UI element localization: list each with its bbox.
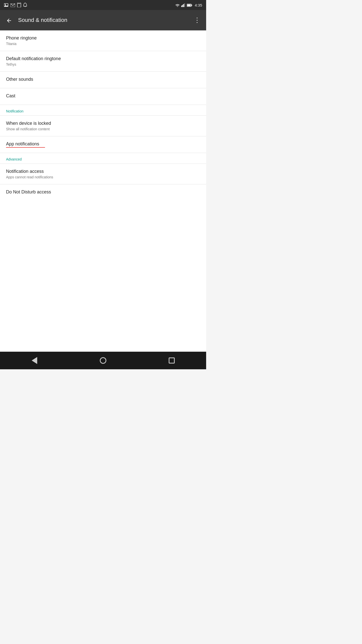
gallery-icon xyxy=(4,3,9,7)
cast-item[interactable]: Cast xyxy=(0,88,206,105)
notification-icon xyxy=(23,3,27,7)
app-notifications-title: App notifications xyxy=(6,141,39,147)
svg-rect-13 xyxy=(191,5,192,6)
do-not-disturb-title: Do Not Disturb access xyxy=(6,189,200,195)
more-options-button[interactable]: ⋮ xyxy=(192,15,202,25)
when-device-locked-title: When device is locked xyxy=(6,121,200,126)
app-notifications-underline xyxy=(6,147,45,148)
nav-recents-icon xyxy=(169,357,175,364)
wifi-icon xyxy=(175,3,180,7)
notification-access-subtitle: Apps cannot read notifications xyxy=(6,175,200,179)
nav-back-icon xyxy=(32,357,37,364)
when-device-locked-subtitle: Show all notification content xyxy=(6,127,200,131)
notification-header-text: Notification xyxy=(6,109,23,113)
default-notification-ringtone-subtitle: Tethys xyxy=(6,62,200,66)
signal-icon xyxy=(181,3,185,7)
svg-rect-11 xyxy=(184,3,185,7)
page-title: Sound & notification xyxy=(18,17,192,23)
status-bar-right-icons: 4:35 xyxy=(175,3,202,7)
other-sounds-title: Other sounds xyxy=(6,77,200,82)
advanced-section-header: Advanced xyxy=(0,153,206,164)
svg-marker-2 xyxy=(4,5,8,7)
phone-ringtone-item[interactable]: Phone ringtone Titania xyxy=(0,30,206,51)
nav-home-icon xyxy=(100,357,106,364)
status-time: 4:35 xyxy=(195,3,202,7)
status-bar-left-icons xyxy=(4,3,27,7)
svg-rect-8 xyxy=(181,6,182,7)
content-padding xyxy=(0,201,206,352)
status-bar: 4:35 xyxy=(0,0,206,10)
email-icon xyxy=(11,3,15,7)
navigation-bar xyxy=(0,352,206,369)
nav-recents-button[interactable] xyxy=(164,353,179,368)
other-sounds-item[interactable]: Other sounds xyxy=(0,72,206,88)
attachment-icon xyxy=(17,3,21,7)
default-notification-ringtone-item[interactable]: Default notification ringtone Tethys xyxy=(0,51,206,71)
default-notification-ringtone-title: Default notification ringtone xyxy=(6,56,200,61)
back-button[interactable] xyxy=(4,15,14,25)
back-arrow-icon xyxy=(6,16,12,24)
nav-home-button[interactable] xyxy=(96,353,111,368)
when-device-locked-item[interactable]: When device is locked Show all notificat… xyxy=(0,116,206,136)
toolbar: Sound & notification ⋮ xyxy=(0,10,206,30)
notification-access-title: Notification access xyxy=(6,169,200,174)
app-notifications-item[interactable]: App notifications xyxy=(0,136,206,153)
svg-rect-10 xyxy=(183,4,184,7)
notification-access-item[interactable]: Notification access Apps cannot read not… xyxy=(0,164,206,184)
settings-content: Phone ringtone Titania Default notificat… xyxy=(0,30,206,352)
cast-title: Cast xyxy=(6,93,200,99)
svg-rect-14 xyxy=(187,4,191,6)
nav-back-button[interactable] xyxy=(27,353,42,368)
svg-rect-9 xyxy=(182,5,183,7)
do-not-disturb-item[interactable]: Do Not Disturb access xyxy=(0,184,206,201)
battery-icon xyxy=(187,3,192,7)
phone-ringtone-title: Phone ringtone xyxy=(6,35,200,41)
more-options-icon: ⋮ xyxy=(194,16,201,24)
phone-ringtone-subtitle: Titania xyxy=(6,42,200,46)
notification-section-header: Notification xyxy=(0,105,206,115)
svg-point-1 xyxy=(5,4,6,5)
advanced-header-text: Advanced xyxy=(6,157,22,161)
